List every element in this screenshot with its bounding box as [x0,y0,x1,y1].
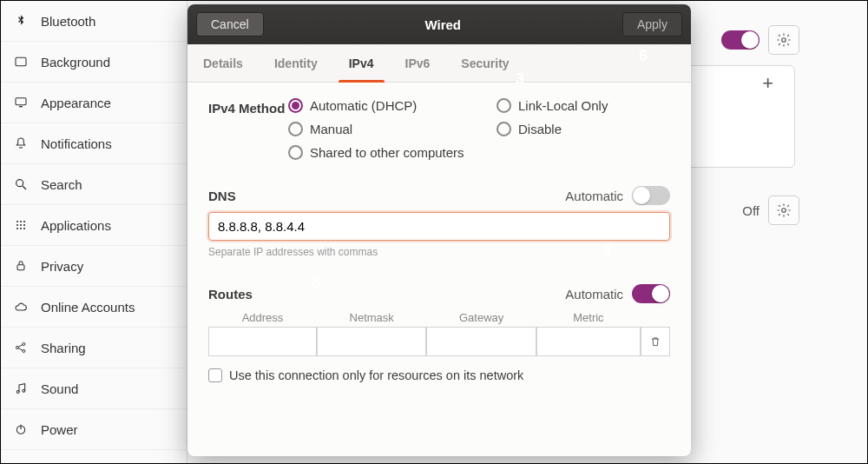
radio-icon [288,122,303,136]
svg-point-16 [23,342,25,345]
svg-point-27 [782,209,786,213]
routes-col-metric: Metric [536,310,641,327]
svg-point-10 [23,224,25,226]
search-icon [13,176,29,192]
dns-automatic-toggle[interactable] [632,186,670,205]
radio-label: Manual [310,122,352,136]
music-icon [13,381,29,396]
sidebar-item-label: Power [41,422,78,437]
tab-security[interactable]: Security [445,44,524,82]
route-delete-button[interactable] [641,327,670,356]
sidebar-item-online-accounts[interactable]: Online Accounts [1,287,187,328]
use-only-for-resources-label: Use this connection only for resources o… [229,368,523,382]
svg-point-5 [16,221,18,222]
svg-point-12 [20,228,22,229]
radio-icon [496,122,511,136]
routes-automatic-label: Automatic [565,287,623,302]
svg-point-21 [23,389,25,392]
sidebar-item-sharing[interactable]: Sharing [1,328,187,368]
use-only-for-resources-row[interactable]: Use this connection only for resources o… [208,368,670,382]
tab-details[interactable]: Details [187,44,259,82]
sidebar-item-privacy[interactable]: Privacy [1,246,187,287]
network-wired-settings-button[interactable] [768,25,799,55]
network-wired-toggle[interactable] [721,30,760,50]
vpn-settings-button[interactable] [768,196,799,225]
apps-icon [13,217,29,233]
sidebar-item-appearance[interactable]: Appearance [1,83,187,123]
radio-label: Link-Local Only [518,98,608,113]
sidebar-item-notifications[interactable]: Notifications [1,123,187,164]
ipv4-method-auto[interactable]: Automatic (DHCP) [288,98,496,113]
svg-point-9 [20,224,22,226]
ipv4-method-options: Automatic (DHCP) Link-Local Only Manual … [288,98,670,160]
route-netmask-input[interactable] [317,327,426,356]
radio-icon [496,98,511,113]
ipv4-method-manual[interactable]: Manual [288,122,496,136]
svg-rect-2 [19,106,23,107]
dns-servers-input[interactable] [208,212,670,241]
svg-point-26 [782,38,786,43]
bluetooth-icon [13,13,29,29]
dialog-titlebar: Cancel Wired Apply [187,4,691,44]
sidebar-item-displays[interactable]: Displays [1,450,187,464]
dns-section-label: DNS [208,189,236,203]
svg-point-20 [16,391,19,394]
cancel-button[interactable]: Cancel [196,12,264,36]
routes-col-gateway: Gateway [426,310,536,327]
routes-automatic-toggle[interactable] [632,284,670,303]
bell-icon [13,136,29,151]
sidebar-item-bluetooth[interactable]: Bluetooth [1,1,187,42]
sidebar-item-label: Sharing [41,341,86,355]
svg-rect-14 [17,265,24,270]
radio-label: Automatic (DHCP) [310,98,417,113]
route-address-input[interactable] [208,327,317,356]
sidebar-item-label: Online Accounts [41,300,135,315]
routes-col-address: Address [208,310,317,327]
dns-automatic-label: Automatic [565,189,623,203]
svg-rect-0 [16,57,26,65]
svg-rect-1 [16,98,26,105]
ipv4-method-disable[interactable]: Disable [496,122,670,136]
apply-button[interactable]: Apply [622,12,682,36]
background-icon [13,54,29,70]
sidebar-item-applications[interactable]: Applications [1,205,187,246]
sidebar-item-background[interactable]: Background [1,42,187,83]
tab-ipv4[interactable]: IPv4 [333,44,390,82]
tab-ipv6[interactable]: IPv6 [390,44,446,82]
routes-table: Address Netmask Gateway Metric [208,310,670,356]
sidebar-item-label: Background [41,55,110,70]
ipv4-method-label: IPv4 Method [208,98,288,160]
checkbox-icon [208,368,222,382]
ipv4-method-shared[interactable]: Shared to other computers [288,145,670,160]
share-icon [13,340,29,355]
sidebar-item-sound[interactable]: Sound [1,368,187,409]
lock-icon [13,258,29,274]
vpn-off-label: Off [742,203,760,218]
sidebar-item-label: Applications [41,218,111,233]
dialog-tabs: Details Identity IPv4 IPv6 Security [187,44,691,83]
sidebar-item-search[interactable]: Search [1,164,187,205]
gear-icon [776,202,792,218]
routes-section-label: Routes [208,287,253,302]
sidebar-item-label: Sound [41,381,78,396]
sidebar-item-label: Notifications [41,136,112,151]
svg-point-17 [23,349,25,352]
cloud-icon [13,299,29,315]
route-gateway-input[interactable] [426,327,536,356]
radio-icon [288,98,303,113]
radio-icon [288,145,303,160]
route-row [208,327,670,356]
wired-settings-dialog: Cancel Wired Apply Details Identity IPv4… [187,4,691,456]
add-connection-button[interactable]: + [762,72,773,95]
svg-line-4 [23,186,26,189]
svg-point-15 [16,346,18,348]
svg-point-11 [16,228,18,229]
sidebar-item-label: Bluetooth [41,14,95,29]
sidebar-item-power[interactable]: Power [1,409,187,450]
route-metric-input[interactable] [536,327,641,356]
ipv4-method-link-local[interactable]: Link-Local Only [496,98,670,113]
tab-identity[interactable]: Identity [259,44,333,82]
dns-hint: Separate IP addresses with commas [208,246,670,258]
routes-col-netmask: Netmask [317,310,426,327]
svg-point-13 [23,228,25,229]
